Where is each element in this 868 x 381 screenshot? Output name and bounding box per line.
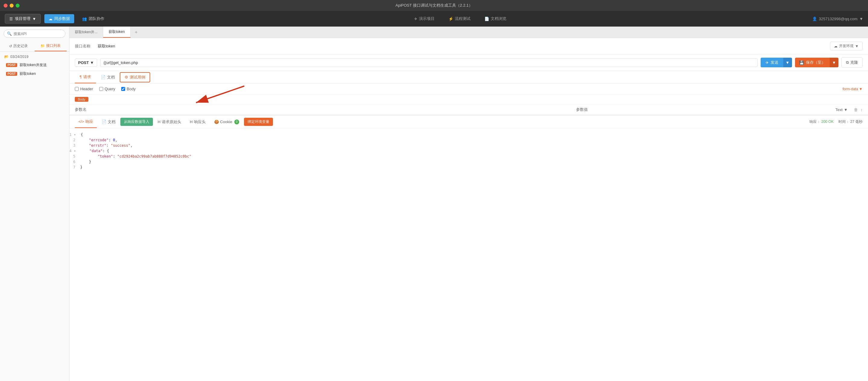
code-area: 1 ▾ { 2 "errcode": 0, 3 "errstr": "succe… [69, 128, 868, 381]
send-dropdown-button[interactable]: ▼ [783, 58, 792, 67]
team-collab-button[interactable]: 👥 团队协作 [78, 14, 108, 23]
table-header: 参数名 参数值 Text ▼ 🗑 ↕ [69, 105, 868, 115]
h-icon: H [190, 120, 192, 124]
query-checkbox[interactable] [99, 87, 103, 91]
doc-icon: 📄 [102, 120, 106, 124]
req-tab-request[interactable]: ¶ 请求 [75, 71, 96, 83]
doc-icon: 📄 [484, 17, 489, 21]
list-item[interactable]: POST 获取token并发送 [0, 61, 69, 69]
sort-icon[interactable]: ↕ [861, 108, 863, 112]
header-checkbox-item[interactable]: Header [75, 87, 93, 91]
sync-data-button[interactable]: ☁ 同步数据 [44, 14, 74, 23]
resp-status-label: 响应： 200 OK [809, 119, 834, 124]
send-button[interactable]: ✈ 发送 [761, 58, 783, 67]
type-column[interactable]: Text ▼ [835, 108, 848, 112]
tab-get-token-send[interactable]: 获取token并... [69, 27, 103, 38]
delete-icon[interactable]: 🗑 [854, 108, 858, 112]
nav-demo-project[interactable]: ✈ 演示项目 [412, 15, 437, 23]
user-icon: 👤 [812, 17, 817, 21]
tab-get-token[interactable]: 获取token [103, 27, 130, 38]
code-line: 1 ▾ { [69, 132, 868, 137]
project-manager-label: 项目管理 [15, 16, 30, 22]
env-button[interactable]: ☁ 开发环境 ▼ [830, 42, 863, 51]
response-tabs: </> 响应 📄 文档 从响应数据导入 H 请求原始头 H 响应头 [69, 116, 868, 128]
save-button[interactable]: 💾 保存（至） [795, 58, 830, 67]
req-tab-label: 请求 [83, 74, 91, 80]
main-layout: 🔍 ↺ 历史记录 📁 接口列表 📂 03/24/2019 POST 获取toke… [0, 27, 868, 381]
body-section: Body [69, 94, 868, 105]
sidebar-date: 📂 03/24/2019 [0, 52, 69, 61]
search-input[interactable] [13, 32, 62, 36]
header-checkbox[interactable] [75, 87, 79, 91]
chevron-down-icon: ▼ [32, 17, 36, 21]
api-name-row: 接口名称 ☁ 开发环境 ▼ [69, 38, 868, 54]
list-icon: 📁 [40, 44, 45, 48]
req-tabs: ¶ 请求 📄 文档 ⚙ 测试用例 [69, 71, 868, 84]
tabs-bar: 获取token并... 获取token + [69, 27, 868, 38]
project-manager-button[interactable]: ☰ 项目管理 ▼ [5, 14, 41, 24]
bind-env-button[interactable]: 绑定环境变量 [244, 118, 273, 126]
nav-flow-test[interactable]: ⚡ 流程测试 [446, 15, 473, 23]
resp-tab-resp-headers[interactable]: H 响应头 [186, 116, 209, 128]
user-account[interactable]: 👤 3257132998@qq.com ▼ [812, 17, 863, 21]
close-button[interactable] [4, 4, 7, 7]
form-data-button[interactable]: form-data ▼ [843, 87, 863, 91]
resp-tab-label: 响应头 [194, 119, 206, 125]
method-badge: POST [6, 63, 17, 67]
sidebar-nav-history[interactable]: ↺ 历史记录 [2, 41, 35, 51]
tab-label: 获取token [108, 29, 125, 34]
sidebar-nav: ↺ 历史记录 📁 接口列表 [0, 41, 69, 52]
tab-add-icon: + [135, 30, 137, 35]
chevron-down-icon: ▼ [90, 60, 94, 65]
code-line: 6 } [69, 159, 868, 165]
maximize-button[interactable] [16, 4, 20, 7]
body-badge: Body [75, 97, 88, 102]
resp-tab-req-headers[interactable]: H 请求原始头 [154, 116, 185, 128]
resp-label: 响应： [809, 120, 820, 124]
api-name-input[interactable] [98, 44, 825, 48]
body-checkbox[interactable] [121, 87, 125, 91]
method-label: POST [78, 60, 89, 65]
form-data-label: form-data [843, 87, 858, 91]
sync-label: 同步数据 [54, 16, 70, 22]
doc-icon: 📄 [101, 75, 105, 79]
minimize-button[interactable] [10, 4, 13, 7]
req-tab-label: 文档 [107, 75, 115, 80]
chevron-down-icon: ▼ [859, 17, 863, 21]
cloud-icon: ☁ [834, 44, 838, 48]
env-label: 开发环境 [839, 43, 854, 49]
user-email: 3257132998@qq.com [819, 17, 858, 21]
resp-tab-doc[interactable]: 📄 文档 [98, 116, 119, 128]
demo-label: 演示项目 [419, 16, 435, 22]
method-select[interactable]: POST ▼ [75, 59, 97, 67]
tab-add-button[interactable]: + [131, 27, 142, 37]
param-name-header: 参数名 [75, 107, 329, 112]
table-actions: 🗑 ↕ [854, 108, 863, 112]
flow-label: 流程测试 [455, 16, 470, 22]
search-box[interactable]: 🔍 [4, 30, 65, 38]
url-input[interactable] [100, 58, 757, 67]
resp-tab-response[interactable]: </> 响应 [75, 116, 97, 128]
list-item[interactable]: POST 获取token [0, 69, 69, 78]
clone-icon: ⧉ [846, 60, 849, 65]
import-from-response-button[interactable]: 从响应数据导入 [120, 118, 153, 126]
menu-icon: ☰ [9, 17, 13, 21]
url-row: POST ▼ ✈ 发送 ▼ 💾 保存（至） ▼ ⧉ 克隆 [69, 54, 868, 71]
resp-tab-cookie[interactable]: 🍪 Cookie 0 [211, 117, 243, 127]
clone-button[interactable]: ⧉ 克隆 [841, 57, 863, 68]
resp-tab-label: Cookie [220, 120, 232, 124]
query-checkbox-item[interactable]: Query [99, 87, 115, 91]
nav-doc-browse[interactable]: 📄 文档浏览 [482, 15, 509, 23]
sidebar-nav-list[interactable]: 📁 接口列表 [35, 41, 67, 51]
req-tab-testcase[interactable]: ⚙ 测试用例 [120, 72, 150, 82]
api-item-label: 获取token并发送 [20, 62, 46, 68]
req-tab-doc[interactable]: 📄 文档 [96, 71, 120, 83]
save-icon: 💾 [799, 60, 804, 65]
send-button-group: ✈ 发送 ▼ [761, 58, 792, 67]
body-checkbox-item[interactable]: Body [121, 87, 136, 91]
header-label: Header [80, 87, 93, 91]
gear-icon: ⚙ [125, 75, 128, 79]
query-label: Query [105, 87, 115, 91]
history-label: 历史记录 [13, 43, 28, 49]
save-dropdown-button[interactable]: ▼ [830, 58, 838, 67]
